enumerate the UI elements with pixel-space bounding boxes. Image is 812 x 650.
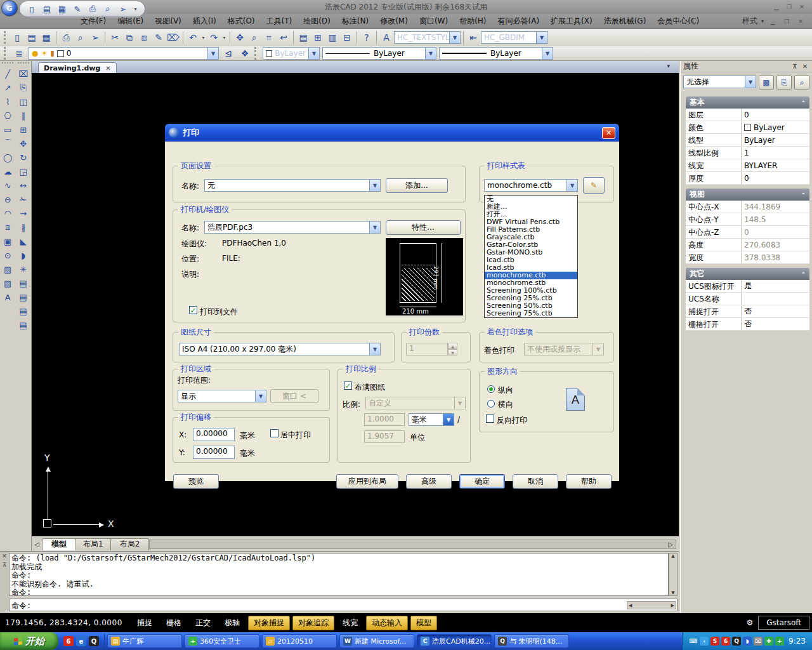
property-value[interactable]: 0 — [742, 172, 809, 184]
trim-icon[interactable]: ✁ — [16, 192, 30, 206]
apply-to-layout-button[interactable]: 应用到布局 — [336, 474, 398, 489]
toolbar-grip[interactable] — [2, 62, 13, 65]
taskbar-task[interactable]: +360安全卫士 — [185, 634, 259, 648]
pan-icon[interactable]: ✥ — [233, 30, 247, 44]
plot-style-option[interactable]: Icad.ctb — [485, 256, 577, 264]
command-hscrollbar[interactable]: ◀▶ — [627, 601, 676, 609]
property-value[interactable]: 1 — [742, 147, 809, 159]
layout-tab-布局2[interactable]: 布局2 — [110, 538, 150, 550]
open-icon[interactable]: ▤ — [41, 3, 53, 15]
section-header[interactable]: 基本⌃ — [686, 96, 809, 109]
plot-style-option[interactable]: Screening 50%.ctb — [485, 302, 577, 310]
dialog-title-bar[interactable]: 打印 ✕ — [165, 124, 619, 142]
status-toggle-栅格[interactable]: 栅格 — [160, 616, 187, 630]
fillet-icon[interactable]: ◗ — [16, 248, 30, 262]
layout-tab-布局1[interactable]: 布局1 — [74, 538, 113, 550]
copy-icon[interactable]: ⧉ — [122, 30, 136, 44]
network-tray-icon[interactable]: ⌧ — [754, 637, 763, 646]
menu-item[interactable]: 扩展工具(X) — [545, 14, 598, 29]
calculator-icon[interactable]: ⊟ — [340, 30, 354, 44]
menu-item[interactable]: 浩辰机械(G) — [598, 14, 652, 29]
status-toggle-线宽[interactable]: 线宽 — [337, 616, 363, 630]
plot-style-option[interactable]: 新建... — [485, 203, 577, 211]
erase-icon[interactable]: ⌧ — [16, 67, 30, 81]
plot-style-option[interactable]: monochrome.ctb — [485, 272, 577, 279]
property-value[interactable]: 270.6083 — [742, 239, 809, 251]
toolbar-grip[interactable] — [4, 47, 8, 60]
moon-tray-icon[interactable]: ◗ — [743, 637, 752, 646]
menu-item[interactable]: 格式(O) — [222, 14, 261, 29]
scale-unit-combo[interactable]: 毫米▼ — [409, 413, 454, 426]
design-center-icon[interactable]: ⊞ — [311, 30, 325, 44]
chevron-down-icon[interactable]: ▾ — [221, 35, 227, 41]
property-row[interactable]: 捕捉打开否 — [686, 305, 809, 318]
layer-combo[interactable]: ● ☀ ▮ 0 ▼ — [29, 47, 219, 60]
region-icon[interactable]: ▧ — [1, 276, 15, 290]
new-icon[interactable]: ▯ — [26, 3, 37, 15]
property-row[interactable]: 中心点-X344.1869 — [686, 201, 809, 213]
mirror-icon[interactable]: ◫ — [16, 95, 30, 109]
toolbar-grip[interactable] — [254, 47, 258, 60]
property-value[interactable] — [742, 293, 809, 305]
dim-style-icon[interactable]: ⇤ — [466, 30, 480, 44]
command-history[interactable]: 命令: (load "D:/Gstarsoft/GStarMech2012/Gs… — [9, 553, 669, 596]
chevron-up-icon[interactable]: ⌃ — [801, 271, 806, 277]
arc-icon[interactable]: ⌒ — [1, 136, 15, 150]
purge-icon[interactable]: ⌦ — [166, 30, 180, 44]
menu-item[interactable]: 有问必答(A) — [492, 14, 546, 29]
point-icon[interactable]: ⊙ — [1, 248, 15, 262]
mdi-minimize-button[interactable]: ▁ — [768, 17, 778, 26]
property-value[interactable]: ByLayer — [742, 121, 809, 133]
chevron-down-icon[interactable]: ▾ — [133, 6, 138, 12]
paste-icon[interactable]: ⧈ — [137, 30, 151, 44]
publish-icon[interactable]: ➢ — [117, 3, 129, 15]
break-icon[interactable]: ∦ — [16, 220, 30, 234]
new-icon[interactable]: ▯ — [10, 30, 24, 44]
add-page-setup-button[interactable]: 添加... — [386, 178, 448, 193]
help-button[interactable]: 帮助 — [566, 474, 612, 489]
property-value[interactable]: 0 — [742, 109, 809, 121]
property-value[interactable]: 否 — [742, 305, 809, 317]
select-objects-icon[interactable]: ⎘ — [776, 76, 792, 90]
property-value[interactable]: 344.1869 — [742, 201, 809, 213]
publish-icon[interactable]: ➢ — [88, 30, 102, 44]
circle-icon[interactable]: ◯ — [1, 150, 15, 164]
tab-list-dropdown-icon[interactable]: ▾ — [667, 63, 670, 69]
property-row[interactable]: UCS名称 — [686, 293, 809, 305]
make-block-icon[interactable]: ▣ — [1, 234, 15, 248]
selection-combo[interactable]: 无选择 ▼ — [683, 76, 756, 88]
menu-item[interactable]: 插入(I) — [187, 14, 222, 29]
property-value[interactable]: 是 — [742, 280, 809, 292]
menu-item[interactable]: 视图(V) — [149, 14, 187, 29]
menu-item[interactable]: 窗口(W) — [414, 14, 454, 29]
collapse-tray-icon[interactable]: ‹ — [700, 637, 709, 646]
print-icon[interactable]: ⎙ — [87, 3, 98, 15]
section-header[interactable]: 其它⌃ — [686, 268, 809, 280]
polyline-icon[interactable]: ⌇ — [1, 95, 15, 109]
sogou-tray-icon[interactable]: S — [710, 637, 719, 646]
paper-size-combo[interactable]: ISO A4 (210.00 x 297.00 毫米)▼ — [179, 343, 381, 355]
property-row[interactable]: 中心点-Y148.5 — [686, 213, 809, 226]
taskbar-task[interactable]: C浩辰CAD机械20... — [417, 634, 492, 648]
text-style-icon[interactable]: A — [379, 30, 393, 44]
chevron-down-icon[interactable]: ▼ — [425, 48, 436, 59]
help-icon[interactable]: ? — [360, 30, 374, 44]
chevron-down-icon[interactable]: ▼ — [207, 48, 218, 59]
printer-properties-button[interactable]: 特性... — [386, 220, 461, 235]
property-row[interactable]: 栅格打开否 — [686, 318, 809, 331]
chevron-down-icon[interactable]: ▼ — [542, 48, 553, 59]
line-icon[interactable]: ╱ — [1, 67, 15, 81]
scale-icon[interactable]: ◲ — [16, 164, 30, 178]
cancel-button[interactable]: 取消 — [513, 474, 558, 489]
chevron-up-icon[interactable]: ⌃ — [801, 192, 806, 198]
zoom-window-icon[interactable]: ⌗ — [262, 30, 276, 44]
plot-to-file-checkbox[interactable]: ✓ — [189, 306, 197, 314]
insert-block-icon[interactable]: ⧈ — [1, 220, 15, 234]
preview-icon[interactable]: ⌕ — [102, 3, 114, 15]
color-combo[interactable]: ByLayer ▼ — [263, 47, 320, 60]
gstar-tray-icon[interactable]: 6 — [721, 637, 730, 646]
copy-object-icon[interactable]: ⎘ — [16, 81, 30, 95]
close-tab-icon[interactable]: ✕ — [105, 65, 110, 72]
layer-manager-icon[interactable]: ≣ — [12, 46, 26, 60]
dim-style-combo[interactable]: HC_GBDIM▼ — [481, 31, 547, 44]
